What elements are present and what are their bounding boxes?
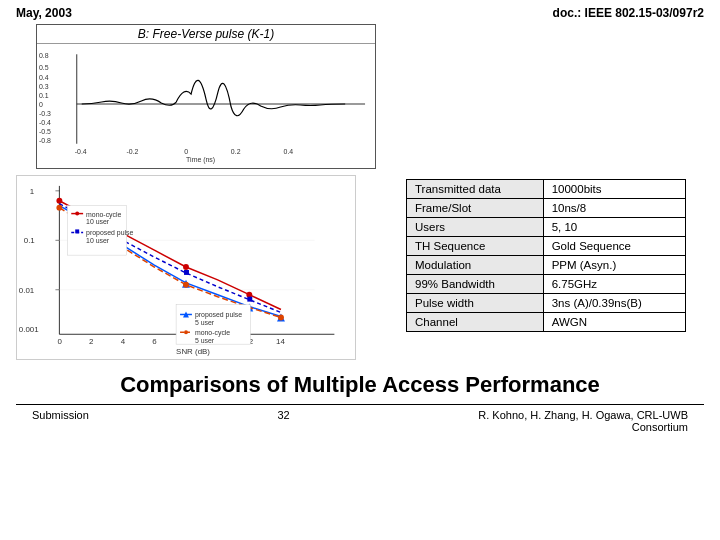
table-value: 10000bits [543, 180, 685, 199]
footer-title: Comparisons of Multiple Access Performan… [0, 360, 720, 404]
svg-text:10 user: 10 user [86, 237, 110, 244]
footer-bar: Submission 32 R. Kohno, H. Zhang, H. Oga… [16, 404, 704, 437]
svg-text:SNR (dB): SNR (dB) [176, 347, 210, 356]
table-row: ModulationPPM (Asyn.) [407, 256, 686, 275]
svg-text:0: 0 [39, 101, 43, 108]
svg-text:0.1: 0.1 [39, 92, 49, 99]
svg-text:10 user: 10 user [86, 218, 110, 225]
table-value: 6.75GHz [543, 275, 685, 294]
header-date: May, 2003 [16, 6, 72, 20]
footer-left: Submission [32, 409, 89, 433]
pulse-title: B: Free-Verse pulse (K-1) [37, 25, 375, 44]
svg-text:0.5: 0.5 [39, 64, 49, 71]
table-value: 3ns (A)/0.39ns(B) [543, 294, 685, 313]
table-label: Pulse width [407, 294, 544, 313]
table-row: Users5, 10 [407, 218, 686, 237]
svg-rect-45 [247, 297, 252, 302]
table-value: 5, 10 [543, 218, 685, 237]
svg-text:-0.2: -0.2 [126, 148, 138, 155]
svg-text:5 user: 5 user [195, 337, 215, 344]
table-label: Channel [407, 313, 544, 332]
svg-text:0.4: 0.4 [39, 74, 49, 81]
svg-text:0.001: 0.001 [19, 325, 39, 334]
svg-text:0.01: 0.01 [19, 286, 35, 295]
pulse-chart: 0.8 0.5 0.4 0.3 0.1 0 -0.3 -0.4 -0.5 -0.… [37, 44, 375, 164]
svg-text:0: 0 [57, 337, 62, 346]
svg-text:0: 0 [184, 148, 188, 155]
table-row: TH SequenceGold Sequence [407, 237, 686, 256]
svg-text:5 user: 5 user [195, 319, 215, 326]
table-row: ChannelAWGN [407, 313, 686, 332]
svg-text:0.8: 0.8 [39, 52, 49, 59]
ber-chart: Bit Error Rate 1 0.1 0.01 0.001 0 2 4 6 … [17, 176, 355, 359]
svg-text:-0.8: -0.8 [39, 137, 51, 144]
svg-rect-58 [75, 229, 79, 233]
svg-text:2: 2 [89, 337, 93, 346]
svg-text:proposed pulse: proposed pulse [195, 311, 242, 319]
footer-center: 32 [277, 409, 289, 433]
table-row: Pulse width3ns (A)/0.39ns(B) [407, 294, 686, 313]
svg-text:Time (ns): Time (ns) [186, 156, 215, 164]
svg-text:-0.5: -0.5 [39, 128, 51, 135]
svg-point-54 [75, 212, 79, 216]
svg-text:6: 6 [152, 337, 157, 346]
header-doc: doc.: IEEE 802.15-03/097r2 [553, 6, 704, 20]
table-row: Frame/Slot10ns/8 [407, 199, 686, 218]
table-label: Transmitted data [407, 180, 544, 199]
svg-point-50 [183, 282, 189, 288]
svg-text:-0.4: -0.4 [75, 148, 87, 155]
data-table-container: Transmitted data10000bitsFrame/Slot10ns/… [406, 24, 686, 360]
svg-text:-0.3: -0.3 [39, 110, 51, 117]
svg-text:1: 1 [30, 187, 35, 196]
specs-table: Transmitted data10000bitsFrame/Slot10ns/… [406, 179, 686, 332]
footer-right: R. Kohno, H. Zhang, H. Ogawa, CRL-UWB Co… [478, 409, 688, 433]
svg-text:-0.4: -0.4 [39, 119, 51, 126]
table-label: TH Sequence [407, 237, 544, 256]
table-label: Users [407, 218, 544, 237]
table-row: Transmitted data10000bits [407, 180, 686, 199]
table-label: Modulation [407, 256, 544, 275]
svg-text:mono-cycle: mono-cycle [86, 211, 121, 219]
table-value: AWGN [543, 313, 685, 332]
svg-point-39 [56, 198, 62, 204]
svg-text:proposed pulse: proposed pulse [86, 229, 133, 237]
table-value: PPM (Asyn.) [543, 256, 685, 275]
table-row: 99% Bandwidth6.75GHz [407, 275, 686, 294]
svg-text:4: 4 [121, 337, 126, 346]
svg-point-41 [183, 264, 189, 270]
table-label: 99% Bandwidth [407, 275, 544, 294]
svg-point-49 [56, 205, 62, 211]
svg-text:14: 14 [276, 337, 285, 346]
table-value: 10ns/8 [543, 199, 685, 218]
svg-rect-44 [184, 270, 189, 275]
table-value: Gold Sequence [543, 237, 685, 256]
svg-point-51 [278, 314, 284, 320]
svg-point-67 [184, 330, 188, 334]
svg-text:0.4: 0.4 [284, 148, 294, 155]
svg-text:0.2: 0.2 [231, 148, 241, 155]
table-label: Frame/Slot [407, 199, 544, 218]
ber-chart-box: Bit Error Rate 1 0.1 0.01 0.001 0 2 4 6 … [16, 175, 356, 360]
svg-text:mono-cycle: mono-cycle [195, 329, 230, 337]
svg-text:0.3: 0.3 [39, 83, 49, 90]
pulse-box: B: Free-Verse pulse (K-1) 0.8 0.5 0.4 0.… [36, 24, 376, 169]
svg-text:0.1: 0.1 [24, 236, 36, 245]
